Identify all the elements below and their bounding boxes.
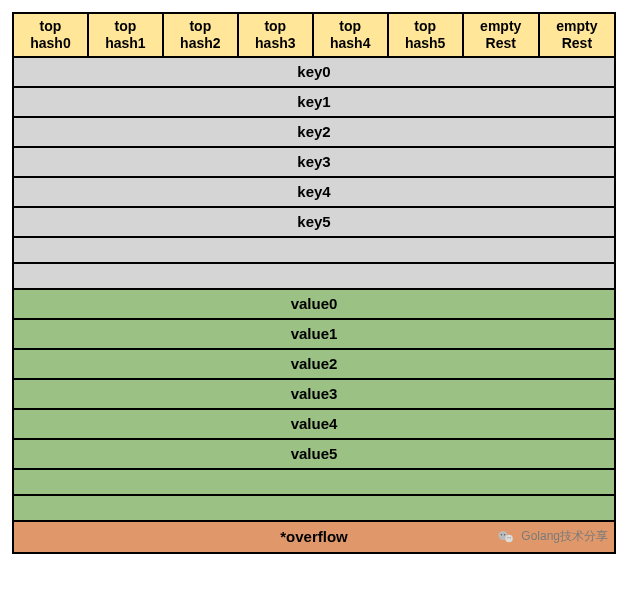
value-cell-2: value2 xyxy=(13,349,615,379)
value-cell-5: value5 xyxy=(13,439,615,469)
value-cell-7 xyxy=(13,495,615,521)
value-row: value5 xyxy=(13,439,615,469)
key-cell-0: key0 xyxy=(13,57,615,87)
header-cell-top-hash3: tophash3 xyxy=(238,13,313,57)
key-cell-1: key1 xyxy=(13,87,615,117)
key-row: key3 xyxy=(13,147,615,177)
top-hash-header-row: tophash0 tophash1 tophash2 tophash3 toph… xyxy=(13,13,615,57)
key-cell-5: key5 xyxy=(13,207,615,237)
header-cell-top-hash5: tophash5 xyxy=(388,13,463,57)
key-cell-4: key4 xyxy=(13,177,615,207)
svg-point-3 xyxy=(504,534,505,535)
value-row: value0 xyxy=(13,289,615,319)
value-row: value3 xyxy=(13,379,615,409)
key-row: key0 xyxy=(13,57,615,87)
svg-point-4 xyxy=(508,537,509,538)
key-row: key2 xyxy=(13,117,615,147)
header-cell-top-hash2: tophash2 xyxy=(163,13,238,57)
key-row: key1 xyxy=(13,87,615,117)
value-cell-3: value3 xyxy=(13,379,615,409)
wechat-icon xyxy=(497,528,515,546)
svg-point-1 xyxy=(506,534,514,542)
bucket-layout-diagram: tophash0 tophash1 tophash2 tophash3 toph… xyxy=(12,12,616,554)
value-row: value1 xyxy=(13,319,615,349)
header-cell-top-hash4: tophash4 xyxy=(313,13,388,57)
value-cell-6 xyxy=(13,469,615,495)
value-row: value4 xyxy=(13,409,615,439)
header-cell-top-hash0: tophash0 xyxy=(13,13,88,57)
key-cell-7 xyxy=(13,263,615,289)
overflow-row: *overflow Golang技术分享 xyxy=(13,521,615,553)
overflow-label: *overflow xyxy=(280,528,348,545)
key-row: key5 xyxy=(13,207,615,237)
value-row: value2 xyxy=(13,349,615,379)
header-cell-empty-rest-0: emptyRest xyxy=(463,13,539,57)
key-cell-2: key2 xyxy=(13,117,615,147)
watermark-text: Golang技术分享 xyxy=(521,528,608,545)
value-cell-1: value1 xyxy=(13,319,615,349)
value-cell-0: value0 xyxy=(13,289,615,319)
key-cell-3: key3 xyxy=(13,147,615,177)
key-row: key4 xyxy=(13,177,615,207)
value-row-empty xyxy=(13,469,615,495)
watermark: Golang技术分享 xyxy=(497,528,608,546)
key-cell-6 xyxy=(13,237,615,263)
svg-point-2 xyxy=(501,534,502,535)
header-cell-empty-rest-1: emptyRest xyxy=(539,13,615,57)
overflow-cell: *overflow Golang技术分享 xyxy=(13,521,615,553)
value-cell-4: value4 xyxy=(13,409,615,439)
header-cell-top-hash1: tophash1 xyxy=(88,13,163,57)
svg-point-5 xyxy=(510,537,511,538)
key-row-empty xyxy=(13,263,615,289)
key-row-empty xyxy=(13,237,615,263)
value-row-empty xyxy=(13,495,615,521)
